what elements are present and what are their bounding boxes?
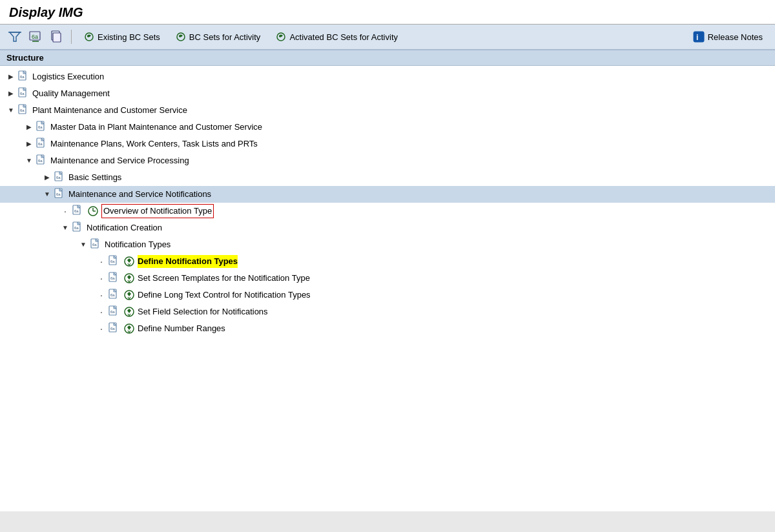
svg-text:6a: 6a — [20, 75, 25, 79]
tree: ▶ 6a Logistics Execution▶ 6a Quality Man… — [0, 66, 775, 340]
tree-leaf-dot: · — [97, 291, 106, 300]
svg-text:6a: 6a — [32, 34, 38, 40]
tree-toggle-collapsed[interactable]: ▶ — [25, 123, 34, 132]
activated-bc-sets-label: Activated BC Sets for Activity — [289, 32, 398, 42]
tree-row-set_screen_templates[interactable]: · 6a Set Screen Templates for the Notifi… — [0, 270, 775, 287]
tree-row-define_notif_types[interactable]: · 6a Define Notification Types — [0, 253, 775, 270]
action-icon-clock[interactable] — [87, 205, 99, 218]
content-area: Structure ▶ 6a Logistics Execution▶ 6a Q… — [0, 50, 775, 511]
tree-row-logistics[interactable]: ▶ 6a Logistics Execution — [0, 68, 775, 85]
tree-label-define_notif_types: Define Notification Types — [138, 255, 238, 268]
tree-leaf-dot: · — [97, 257, 106, 266]
expand-icon[interactable]: 6a — [27, 28, 44, 45]
existing-bc-sets-label: Existing BC Sets — [98, 32, 160, 42]
release-notes-label: Release Notes — [708, 32, 763, 42]
svg-text:i: i — [696, 33, 698, 42]
tree-row-overview_notif[interactable]: · 6a Overview of Notification Type — [0, 203, 775, 220]
svg-text:6a: 6a — [110, 276, 115, 280]
page-title: Display IMG — [9, 5, 766, 20]
action-icon-gear[interactable] — [123, 289, 136, 302]
toolbar: 6a Existing BC Sets BC Sets for Activity… — [0, 25, 775, 50]
tree-label-notif_types_folder: Notification Types — [105, 238, 170, 251]
doc-icon: 6a — [16, 103, 30, 118]
svg-text:6a: 6a — [110, 293, 115, 297]
tree-toggle-expanded[interactable]: ▼ — [25, 156, 34, 165]
tree-label-define_long_text: Define Long Text Control for Notificatio… — [138, 289, 311, 302]
doc-icon: 6a — [34, 120, 48, 134]
tree-row-quality[interactable]: ▶ 6a Quality Management — [0, 85, 775, 102]
tree-toggle-collapsed[interactable]: ▶ — [6, 72, 16, 81]
doc-icon: 6a — [107, 271, 121, 285]
action-icon-gear[interactable] — [123, 322, 136, 335]
tree-label-notif_creation: Notification Creation — [87, 221, 162, 234]
bc-sets-activity-button[interactable]: BC Sets for Activity — [170, 29, 267, 45]
tree-toggle-expanded[interactable]: ▼ — [79, 240, 88, 249]
svg-text:6a: 6a — [110, 327, 115, 331]
action-icon-gear[interactable] — [123, 272, 136, 285]
action-icon-gear[interactable] — [123, 255, 136, 268]
svg-rect-10 — [694, 32, 704, 42]
doc-icon: 6a — [16, 70, 30, 84]
doc-icon: 6a — [107, 322, 121, 336]
tree-label-maint_service: Maintenance and Service Processing — [50, 154, 189, 167]
release-notes-button[interactable]: i Release Notes — [687, 28, 769, 45]
svg-text:6a: 6a — [56, 176, 61, 179]
svg-text:6a: 6a — [92, 243, 97, 247]
tree-row-define_number_ranges[interactable]: · 6a Define Number Ranges — [0, 320, 775, 337]
tree-label-plant_maintenance: Plant Maintenance and Customer Service — [32, 104, 187, 117]
tree-row-set_field_selection[interactable]: · 6a Set Field Selection for Notificatio… — [0, 303, 775, 320]
svg-text:6a: 6a — [74, 226, 79, 230]
svg-rect-6 — [53, 33, 61, 42]
doc-icon: 6a — [34, 154, 48, 168]
tree-row-maintenance_plans[interactable]: ▶ 6a Maintenance Plans, Work Centers, Ta… — [0, 136, 775, 152]
doc-icon: 6a — [34, 137, 48, 151]
doc-icon: 6a — [107, 288, 121, 302]
tree-label-maintenance_plans: Maintenance Plans, Work Centers, Task Li… — [50, 138, 258, 150]
doc-icon: 6a — [52, 187, 67, 201]
structure-header: Structure — [0, 50, 775, 66]
svg-text:6a: 6a — [110, 260, 115, 263]
doc-icon: 6a — [52, 170, 67, 185]
tree-row-maint_notifications[interactable]: ▼ 6a Maintenance and Service Notificatio… — [0, 186, 775, 203]
tree-row-basic_settings[interactable]: ▶ 6a Basic Settings — [0, 169, 775, 186]
tree-toggle-collapsed[interactable]: ▶ — [43, 173, 52, 182]
tree-label-set_screen_templates: Set Screen Templates for the Notificatio… — [138, 272, 310, 285]
tree-toggle-collapsed[interactable]: ▶ — [25, 139, 34, 148]
tree-row-notif_creation[interactable]: ▼ 6a Notification Creation — [0, 220, 775, 236]
tree-label-define_number_ranges: Define Number Ranges — [138, 322, 225, 335]
svg-text:6a: 6a — [38, 125, 43, 129]
tree-toggle-expanded[interactable]: ▼ — [43, 190, 52, 199]
tree-label-overview_notif: Overview of Notification Type — [101, 204, 214, 218]
tree-leaf-dot: · — [97, 274, 106, 283]
tree-row-define_long_text[interactable]: · 6a Define Long Text Control for Notifi… — [0, 287, 775, 303]
copy-icon[interactable] — [48, 28, 65, 45]
svg-text:6a: 6a — [74, 209, 79, 213]
tree-toggle-expanded[interactable]: ▼ — [61, 223, 70, 232]
tree-toggle-expanded[interactable]: ▼ — [6, 106, 16, 115]
tree-label-quality: Quality Management — [32, 87, 110, 100]
tree-toggle-collapsed[interactable]: ▶ — [6, 89, 16, 98]
svg-text:6a: 6a — [38, 142, 43, 146]
doc-icon: 6a — [16, 87, 30, 101]
tree-row-notif_types_folder[interactable]: ▼ 6a Notification Types — [0, 236, 775, 253]
svg-text:6a: 6a — [110, 310, 115, 314]
existing-bc-sets-button[interactable]: Existing BC Sets — [78, 29, 166, 45]
svg-marker-0 — [10, 32, 20, 41]
action-icon-gear[interactable] — [123, 305, 136, 318]
tree-leaf-dot: · — [97, 324, 106, 333]
tree-row-master_data[interactable]: ▶ 6a Master Data in Plant Maintenance an… — [0, 119, 775, 136]
tree-row-plant_maintenance[interactable]: ▼ 6a Plant Maintenance and Customer Serv… — [0, 102, 775, 119]
filter-icon[interactable] — [6, 28, 23, 45]
svg-text:6a: 6a — [20, 108, 25, 112]
doc-icon: 6a — [70, 204, 85, 218]
svg-text:6a: 6a — [56, 192, 61, 196]
separator-1 — [71, 30, 72, 44]
tree-row-maint_service[interactable]: ▼ 6a Maintenance and Service Processing — [0, 152, 775, 169]
tree-label-set_field_selection: Set Field Selection for Notifications — [138, 305, 268, 318]
tree-label-master_data: Master Data in Plant Maintenance and Cus… — [50, 121, 262, 134]
activated-bc-sets-button[interactable]: Activated BC Sets for Activity — [270, 29, 404, 45]
doc-icon: 6a — [88, 238, 103, 252]
tree-label-basic_settings: Basic Settings — [68, 171, 121, 184]
bc-sets-activity-label: BC Sets for Activity — [189, 32, 261, 42]
doc-icon: 6a — [70, 221, 85, 235]
